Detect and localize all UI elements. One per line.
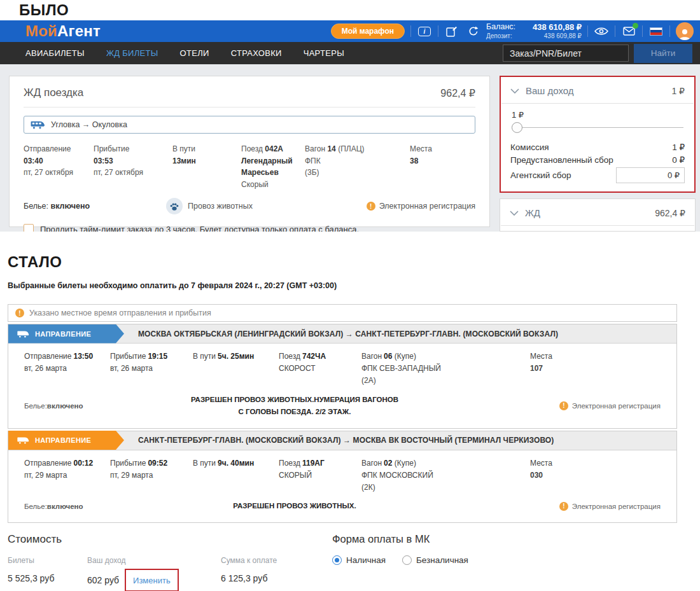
detail-arrival: Прибытие 03:53 пт, 27 октября [94,143,172,190]
preset-fee-row: Предустановленный сбор 0 ₽ [510,155,685,165]
rail-panel-title: ЖД [525,207,540,218]
agent-fee-input[interactable] [616,167,685,183]
order-search-input[interactable] [503,45,629,62]
deposit-value: 438 609,88 ₽ [544,32,582,39]
detail-seats: Места 38 [410,143,475,190]
radio-selected-icon[interactable] [332,555,342,565]
payment-option-cashless[interactable]: Безналичная [402,555,468,565]
balance-value: 438 610,88 ₽ [533,23,582,32]
route-text: Угловка → Окуловка [51,120,127,129]
payment-block: Форма оплаты в МК Наличная Безналичная [332,533,468,591]
detail-departure: Отправление13:50 вт, 26 марта [24,351,110,387]
carrier-note: РАЗРЕШЕН ПРОВОЗ ЖИВОТНЫХ. [190,500,400,512]
direction-card-1: НАПРАВЛЕНИЕ МОСКВА ОКТЯБРЬСКАЯ (ЛЕНИНГРА… [8,324,677,429]
radio-unselected-icon[interactable] [402,555,412,565]
cost-tickets: Билеты 5 525,3 руб [8,556,87,591]
marathon-button[interactable]: Мой марафон [331,24,405,39]
nav-item-insurance[interactable]: СТРАХОВКИ [231,48,282,58]
detail-duration: В пути9ч. 40мин [193,457,279,494]
divider [669,25,670,37]
direction-notes: Белье:включено РАЗРЕШЕН ПРОВОЗ ЖИВОТНЫХ.… [8,390,676,428]
direction-route: МОСКВА ОКТЯБРЬСКАЯ (ЛЕНИНГРАДСКИЙ ВОКЗАЛ… [138,330,558,338]
chevron-down-icon [510,211,519,216]
trip-card: ЖД поездка 962,4 ₽ Угловка → Окуловка От… [9,76,490,227]
detail-seats: Места 107 [530,351,661,387]
route-box: Угловка → Окуловка [24,116,475,134]
detail-train: Поезд 042А Легендарный Маресьев Скорый [241,143,305,190]
warning-icon: ! [559,401,568,410]
income-panel-header[interactable]: Ваш доход 1 ₽ [501,77,694,103]
after-section: СТАЛО Выбранные билеты необходимо оплати… [0,232,700,591]
linen-note: Белье:включено [24,402,120,410]
extend-limit-row: Продлить тайм-лимит заказа до 3 часов. Б… [24,224,475,232]
warning-icon: ! [15,309,24,317]
before-content: ЖД поездка 962,4 ₽ Угловка → Окуловка От… [0,64,700,232]
linen-note: Белье:включено [24,503,120,510]
detail-duration: В пути 13мин [172,143,241,190]
change-income-link[interactable]: Изменить [133,576,171,585]
nav-item-avia[interactable]: АВИАБИЛЕТЫ [25,48,85,58]
edit-document-icon[interactable] [444,24,459,38]
train-icon [17,436,29,444]
app-header: МойАгент Мой марафон i Баланс:438 610,88… [0,20,700,42]
payment-option-cash[interactable]: Наличная [332,555,386,565]
trip-notes-row: Белье: включено Провоз животных ! Электр… [24,198,475,214]
train-icon [31,120,45,129]
direction-card-2: НАПРАВЛЕНИЕ САНКТ-ПЕТЕРБУРГ-ГЛАВН. (МОСК… [8,431,677,524]
detail-arrival: Прибытие09:52 пт, 29 марта [110,457,193,494]
eye-icon[interactable] [594,24,609,38]
before-section-label: БЫЛО [19,1,700,19]
nav-item-rail[interactable]: ЖД БИЛЕТЫ [106,48,158,58]
mail-icon[interactable] [621,24,636,38]
rail-panel-price: 962,4 ₽ [655,208,685,218]
pets-note: Провоз животных [166,198,253,214]
logo-part-moy: Мой [25,22,57,39]
cost-total: Сумма к оплате 6 125,3 руб [221,556,277,591]
unread-indicator [633,23,638,29]
slider-track[interactable] [512,127,683,128]
direction-ribbon: НАПРАВЛЕНИЕ [8,324,124,344]
warning-icon: ! [367,202,375,211]
rail-panel-header[interactable]: ЖД 962,4 ₽ [500,199,695,225]
refresh-icon[interactable] [465,24,480,38]
trip-card-title: ЖД поездка [24,87,83,99]
avatar[interactable] [676,22,694,40]
income-slider-value: 1 ₽ [512,110,685,120]
rail-panel-station: Угловка [526,231,685,232]
carrier-note: РАЗРЕШЕН ПРОВОЗ ЖИВОТНЫХ.НУМЕРАЦИЯ ВАГОН… [190,394,400,418]
logo-part-agent: Агент [57,22,101,39]
direction-banner: НАПРАВЛЕНИЕ САНКТ-ПЕТЕРБУРГ-ГЛАВН. (МОСК… [8,431,676,450]
agent-fee-row: Агентский сбор [510,167,685,183]
chevron-down-icon [510,88,519,94]
detail-wagon: Вагон06 (Купе) ФПК СЕВ-ЗАПАДНЫЙ (2А) [361,351,530,387]
page: БЫЛО МойАгент Мой марафон i Баланс:438 6… [0,0,700,591]
detail-departure: Отправление00:12 пт, 29 марта [24,457,110,494]
direction-details: Отправление13:50 вт, 26 марта Прибытие19… [8,344,676,390]
trip-details: Отправление 03:40 пт, 27 октября Прибыти… [24,143,475,190]
linen-note: Белье: включено [24,202,90,211]
warning-icon: ! [559,502,568,511]
direction-notes: Белье:включено РАЗРЕШЕН ПРОВОЗ ЖИВОТНЫХ.… [8,496,676,522]
commission-row: Комиссия 1 ₽ [510,142,685,152]
train-icon [17,330,29,338]
info-icon[interactable]: i [417,24,432,38]
direction-details: Отправление00:12 пт, 29 марта Прибытие09… [8,450,676,497]
income-panel-total: 1 ₽ [671,86,685,96]
paw-icon [166,198,183,214]
detail-duration: В пути5ч. 25мин [193,351,279,387]
slider-handle[interactable] [512,122,522,133]
extend-limit-label: Продлить тайм-лимит заказа до 3 часов. Б… [40,225,359,232]
balance-label: Баланс: [486,23,515,32]
app-logo[interactable]: МойАгент [25,22,101,40]
detail-seats: Места 030 [530,457,661,494]
after-section-label: СТАЛО [8,253,691,271]
direction-ribbon: НАПРАВЛЕНИЕ [8,431,124,450]
find-button[interactable]: Найти [634,44,692,63]
income-slider[interactable] [510,122,685,134]
nav-item-hotels[interactable]: ОТЕЛИ [180,48,209,58]
extend-limit-checkbox[interactable] [24,224,34,232]
nav-item-charters[interactable]: ЧАРТЕРЫ [304,48,344,58]
detail-train: Поезд742ЧА СКОРОСТ [279,351,361,387]
payment-title: Форма оплаты в МК [332,533,468,545]
language-flag-icon[interactable] [648,24,664,38]
